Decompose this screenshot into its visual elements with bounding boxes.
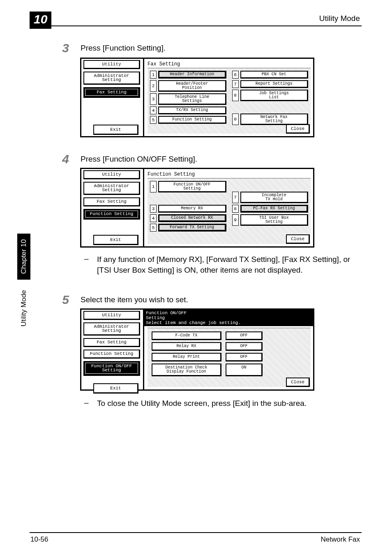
footer-rule [30, 532, 362, 533]
num-6: 6 [232, 71, 239, 79]
screenshot-function-setting: Utility Administrator Setting Fax Settin… [80, 168, 314, 248]
crumb-fax-setting-selected[interactable]: Fax Setting [83, 87, 140, 98]
opt-memory-rx[interactable]: Memory RX [158, 205, 226, 213]
note-after-step4: If any function of [Memory RX], [Forward… [97, 254, 360, 275]
p2-num-5: 5 [150, 224, 157, 232]
panel1-title: Fax Setting [148, 60, 311, 68]
step-5-number: 5 [58, 293, 69, 307]
val-fcode-tx[interactable]: OFF [226, 331, 263, 340]
crumb-function-setting-label: Function Setting [85, 211, 138, 218]
val-relay-print[interactable]: OFF [226, 353, 263, 361]
panel3-subtitle: Select item and change job setting. [146, 320, 311, 325]
crumb-onoff-selected[interactable]: Function ON/OFF Setting [83, 361, 140, 376]
panel3-title: Function ON/OFF Setting [146, 310, 311, 320]
opt-header-footer-position[interactable]: Header/Footer Position [158, 80, 226, 92]
crumb-fax-setting-3[interactable]: Fax Setting [83, 338, 140, 347]
num-7: 7 [232, 80, 239, 88]
num-5: 5 [150, 116, 157, 124]
crumb-admin-2[interactable]: Administrator Setting [83, 182, 140, 195]
num-2: 2 [150, 80, 157, 92]
val-dest-check[interactable]: ON [226, 364, 263, 376]
step-3-text: Press [Function Setting]. [81, 44, 166, 53]
exit-button[interactable]: Exit [93, 125, 138, 135]
val-relay-rx[interactable]: OFF [226, 342, 263, 351]
opt-tsi-user-box-setting[interactable]: TSI User Box Setting [240, 214, 309, 226]
step-3-number: 3 [58, 41, 69, 55]
crumb-onoff-label: Function ON/OFF Setting [85, 363, 138, 374]
crumb-utility-3[interactable]: Utility [83, 311, 140, 320]
num-8: 8 [232, 90, 239, 101]
crumb-utility[interactable]: Utility [83, 60, 140, 69]
crumb-utility-2[interactable]: Utility [83, 170, 140, 179]
panel2-title: Function Setting [148, 171, 311, 178]
footer-page: 10-56 [30, 535, 48, 544]
header-title: Utility Mode [319, 14, 360, 23]
p2-num-3: 3 [150, 205, 157, 213]
note-dash-1: – [84, 254, 89, 263]
screenshot-function-onoff: Utility Administrator Setting Fax Settin… [80, 308, 314, 391]
opt-telephone-line-settings[interactable]: Telephone Line Settings [158, 93, 226, 105]
opt-pbx-cn-set[interactable]: PBX CN Set [240, 71, 309, 79]
screenshot-fax-setting: Utility Administrator Setting Fax Settin… [80, 58, 314, 137]
side-tab-chapter: Chapter 10 [17, 234, 30, 280]
p2-num-4: 4 [150, 214, 157, 222]
num-1: 1 [150, 71, 157, 79]
opt-pcfax-rx-setting[interactable]: PC-Fax RX Setting [240, 205, 309, 213]
row-fcode-tx[interactable]: F-Code TX [152, 331, 221, 340]
close-button[interactable]: Close [286, 124, 310, 134]
p2-num-9: 9 [232, 214, 239, 226]
note-after-step5: To close the Utility Mode screen, press … [97, 398, 360, 409]
close-button-2[interactable]: Close [286, 234, 310, 244]
num-3: 3 [150, 93, 157, 105]
step-4-text: Press [Function ON/OFF Setting]. [81, 155, 197, 164]
num-4: 4 [150, 107, 157, 114]
opt-function-setting[interactable]: Function Setting [158, 116, 226, 124]
p2-num-7: 7 [232, 192, 239, 203]
crumb-fax-setting-2[interactable]: Fax Setting [83, 197, 140, 206]
exit-button-2[interactable]: Exit [93, 235, 138, 245]
num-0: 0 [232, 114, 239, 125]
crumb-function-setting-3[interactable]: Function Setting [83, 350, 140, 359]
header-rule [30, 25, 362, 26]
crumb-admin-3[interactable]: Administrator Setting [83, 322, 140, 336]
opt-txrx-setting[interactable]: TX/RX Setting [158, 107, 226, 114]
exit-button-3[interactable]: Exit [93, 383, 138, 394]
footer-doc: Network Fax [321, 535, 360, 544]
side-tab-mode: Utility Mode [17, 284, 30, 332]
row-dest-check[interactable]: Destination Check Display Function [152, 364, 221, 376]
opt-network-fax-setting[interactable]: Network Fax Setting [240, 114, 309, 125]
opt-function-onoff-setting[interactable]: Function ON/OFF Setting [158, 181, 226, 192]
panel3-subtitle-bar: Function ON/OFF Setting Select item and … [144, 310, 313, 326]
step-5-text: Select the item you wish to set. [81, 295, 188, 304]
crumb-admin-setting[interactable]: Administrator Setting [83, 72, 140, 85]
opt-incomplete-tx-hold[interactable]: Incomplete TX Hold [240, 192, 309, 203]
opt-header-information[interactable]: Header Information [158, 71, 226, 79]
opt-forward-tx-setting[interactable]: Forward TX Setting [158, 224, 226, 232]
crumb-function-setting-selected[interactable]: Function Setting [83, 209, 140, 220]
row-relay-print[interactable]: Relay Print [152, 353, 221, 361]
opt-closed-network-rx[interactable]: Closed Network RX [158, 214, 226, 222]
step-4-number: 4 [58, 152, 69, 166]
crumb-fax-setting-label: Fax Setting [85, 89, 138, 96]
note-dash-2: – [84, 398, 89, 407]
row-relay-rx[interactable]: Relay RX [152, 342, 221, 351]
p2-num-8: 8 [232, 205, 239, 213]
opt-job-settings-list[interactable]: Job Settings List [240, 90, 309, 101]
close-button-3[interactable]: Close [286, 378, 310, 387]
p2-num-1: 1 [150, 181, 157, 192]
opt-report-settings[interactable]: Report Settings [240, 80, 309, 88]
